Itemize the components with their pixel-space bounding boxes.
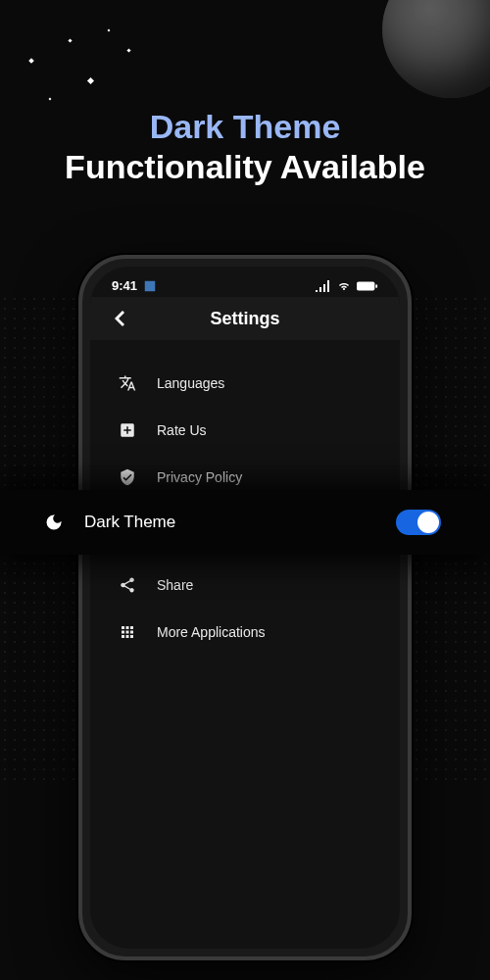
shield-check-icon: [118, 467, 137, 487]
app-header: Settings: [90, 297, 400, 340]
phone-frame: 9:41 Settings: [78, 255, 412, 960]
setting-label: More Applications: [157, 624, 372, 640]
battery-icon: [357, 280, 378, 292]
setting-label: Rate Us: [157, 422, 372, 438]
back-button[interactable]: [108, 311, 131, 326]
setting-label: Languages: [157, 375, 372, 391]
setting-item-dark-theme[interactable]: Dark Theme: [0, 490, 490, 555]
nav-indicator-icon: [143, 279, 157, 293]
setting-item-rate-us[interactable]: Rate Us: [90, 407, 400, 454]
grid-icon: [118, 622, 137, 642]
setting-label: Dark Theme: [84, 513, 396, 532]
setting-label: Privacy Policy: [157, 469, 372, 485]
svg-rect-0: [357, 281, 374, 290]
dark-theme-toggle[interactable]: [396, 510, 441, 535]
promo-headline: Dark Theme Functionality Available: [0, 0, 490, 186]
translate-icon: [118, 373, 137, 393]
phone-screen: 9:41 Settings: [90, 267, 400, 949]
setting-label: Share: [157, 577, 372, 593]
svg-rect-1: [375, 284, 377, 288]
promo-headline-line2: Functionality Available: [0, 148, 490, 186]
share-icon: [118, 575, 137, 595]
setting-item-share[interactable]: Share: [90, 562, 400, 609]
status-time: 9:41: [112, 278, 137, 293]
moon-icon: [43, 512, 65, 533]
setting-item-languages[interactable]: Languages: [90, 360, 400, 407]
page-title: Settings: [210, 309, 279, 329]
promo-headline-line1: Dark Theme: [0, 108, 490, 146]
plus-box-icon: [118, 420, 137, 440]
status-bar: 9:41: [90, 267, 400, 297]
setting-item-more-apps[interactable]: More Applications: [90, 609, 400, 656]
wifi-icon: [336, 280, 352, 292]
signal-icon: [316, 280, 331, 292]
chevron-left-icon: [115, 311, 124, 326]
